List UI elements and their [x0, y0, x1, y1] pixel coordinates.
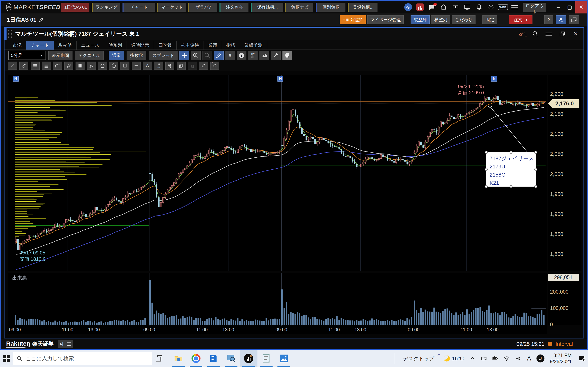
tool-tab-指標[interactable]: 指標: [222, 41, 240, 50]
taskbar-app-photos[interactable]: [275, 350, 293, 367]
camera-icon[interactable]: [480, 355, 487, 362]
battery-icon[interactable]: [492, 355, 499, 362]
draw-tool-eraser[interactable]: [199, 62, 208, 70]
cast-icon[interactable]: [463, 3, 471, 11]
tool-tab-四季報[interactable]: 四季報: [154, 41, 177, 50]
speaker-icon[interactable]: [515, 355, 522, 362]
tool-tab-業績[interactable]: 業績: [204, 41, 222, 50]
workspace-button-[interactable]: マイページ管理: [367, 15, 404, 24]
zoom-out-icon-button[interactable]: [202, 51, 212, 60]
order-dropdown-caret[interactable]: ▼: [525, 18, 528, 21]
taskbar-app-file-explorer[interactable]: [170, 350, 187, 367]
draw-tool-vlines[interactable]: [76, 62, 85, 70]
ime-indicator[interactable]: A: [527, 355, 531, 362]
edit-pencil-icon[interactable]: [39, 17, 44, 22]
toolbar-expand-chevrons[interactable]: »: [438, 352, 440, 357]
area-chart-icon-button[interactable]: [259, 51, 269, 60]
minimize-button[interactable]: –: [553, 1, 564, 13]
selection-handle[interactable]: [510, 151, 512, 154]
price-chart-pane[interactable]: 09/24 12:45高値 2199.0 09/17 09:05安値 1810.…: [8, 75, 547, 271]
yen-icon-button[interactable]: ¥: [225, 51, 235, 60]
app-chart-red-icon[interactable]: [416, 3, 424, 11]
selection-handle[interactable]: [485, 185, 488, 188]
cascade-icon[interactable]: [558, 30, 566, 38]
draw-tool-text[interactable]: A: [143, 62, 152, 70]
task-view-button[interactable]: [152, 350, 166, 367]
tool-tab-歩み値[interactable]: 歩み値: [54, 41, 77, 50]
main-tab-4[interactable]: マーケット: [157, 3, 186, 12]
notifications-icon[interactable]: 1: [428, 3, 436, 11]
selection-handle[interactable]: [534, 168, 537, 171]
volume-pane[interactable]: 出来高: [8, 273, 547, 325]
draw-tool-parallel-lines[interactable]: [19, 62, 28, 70]
main-tab-8[interactable]: 銘柄ナビ: [285, 3, 313, 12]
draw-tool-fan-lines[interactable]: [64, 62, 73, 70]
interval-select[interactable]: 5分足▼: [8, 51, 46, 60]
tool-tab-株主優待[interactable]: 株主優待: [177, 41, 204, 50]
chevron-up-icon[interactable]: [469, 355, 476, 362]
logout-button[interactable]: ログアウト: [523, 3, 546, 12]
toolbar-button-表示期間[interactable]: 表示期間: [48, 51, 72, 60]
ime-mode-badge[interactable]: J: [536, 354, 545, 363]
menu-icon[interactable]: [511, 3, 519, 11]
main-tab-10[interactable]: 登録銘柄...: [348, 3, 378, 12]
add-window-icon[interactable]: [451, 3, 459, 11]
draw-tool-time-cycle[interactable]: [165, 62, 174, 70]
toolbar-button-指数化[interactable]: 指数化: [127, 51, 146, 60]
draw-tool-pentagon[interactable]: [98, 62, 107, 70]
volume-canvas[interactable]: [8, 273, 547, 325]
taskbar-clock[interactable]: 3:21 PM 9/25/2021: [550, 352, 572, 365]
selection-handle[interactable]: [534, 151, 537, 154]
notification-center-button[interactable]: [578, 355, 585, 362]
ticker-toggle-button[interactable]: ▶▏: [58, 340, 73, 348]
draw-tool-ellipse[interactable]: [109, 62, 118, 70]
print-icon-button[interactable]: [282, 51, 292, 60]
candlestick-canvas[interactable]: [8, 75, 547, 271]
main-tab-7[interactable]: 保有銘柄...: [251, 3, 283, 12]
draw-tool-copy[interactable]: [177, 62, 186, 70]
taskbar-app-marketspeed[interactable]: R: [240, 350, 258, 367]
main-tab-9[interactable]: 個別銘柄: [316, 3, 346, 12]
draw-tool-hlines-3[interactable]: [31, 62, 40, 70]
news-marker[interactable]: N: [13, 76, 18, 82]
selection-handle[interactable]: [534, 185, 537, 188]
taskbar-app-mail[interactable]: [205, 350, 222, 367]
annotation-note[interactable]: 7187ジェイリース2179U2158GK21: [486, 152, 536, 187]
crosshair-icon-button[interactable]: [180, 51, 189, 60]
main-tab-2[interactable]: ランキング: [92, 3, 120, 12]
menu-icon[interactable]: [545, 30, 553, 38]
news-marker[interactable]: N: [277, 76, 283, 82]
draw-tool-rectangle[interactable]: [121, 62, 130, 70]
tool-tab-適時開示[interactable]: 適時開示: [127, 41, 154, 50]
jump-icon-button[interactable]: [556, 15, 566, 24]
workspace-button-[interactable]: こだわり: [452, 15, 476, 24]
news-marker[interactable]: N: [491, 76, 497, 82]
start-button[interactable]: [0, 350, 13, 367]
workspace-button-[interactable]: +画面追加: [340, 15, 365, 24]
zoom-in-icon-button[interactable]: [191, 51, 201, 60]
draw-tool-hsegment[interactable]: [132, 62, 141, 70]
my-chart-icon-button[interactable]: MY: [248, 51, 258, 60]
toolbar-button-通常[interactable]: 通常: [109, 51, 124, 60]
draw-tool-hand[interactable]: [188, 62, 197, 70]
selection-handle[interactable]: [485, 151, 488, 154]
selection-handle[interactable]: [510, 185, 512, 188]
toolbar-button-テクニカル[interactable]: テクニカル: [75, 51, 104, 60]
search-icon[interactable]: [531, 30, 539, 38]
draw-tool-hlines-4[interactable]: [42, 62, 51, 70]
info-icon-button[interactable]: i: [237, 51, 246, 60]
windows-icon-button[interactable]: [569, 15, 579, 24]
interval-label[interactable]: Interval: [555, 341, 573, 347]
draw-tool-fib-arc[interactable]: [53, 62, 62, 70]
tool-tab-チャート[interactable]: チャート: [26, 41, 54, 50]
tool-tab-時系列[interactable]: 時系列: [104, 41, 127, 50]
main-tab-3[interactable]: チャート: [122, 3, 155, 12]
workspace-button-[interactable]: ?: [544, 15, 553, 24]
wrench-icon-button[interactable]: [271, 51, 281, 60]
close-button[interactable]: ✕: [575, 1, 587, 13]
draw-tool-icon-stamp[interactable]: icon: [154, 62, 163, 70]
app-pulse-icon[interactable]: [404, 3, 412, 11]
toolbar-button-スプレッド[interactable]: スプレッド: [149, 51, 178, 60]
draw-tool-pitchfork[interactable]: [87, 62, 96, 70]
wifi-icon[interactable]: [503, 355, 510, 362]
